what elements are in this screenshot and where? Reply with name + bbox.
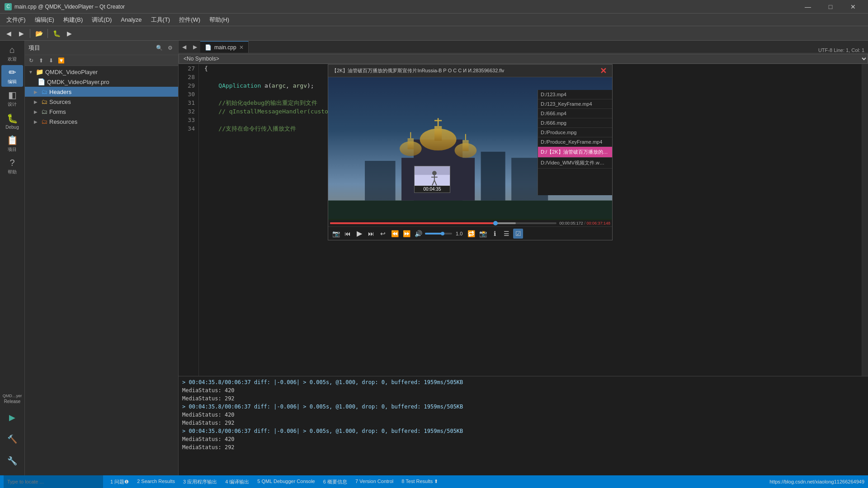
- menu-item[interactable]: 控件(W): [175, 15, 205, 25]
- playlist-item[interactable]: D:/666.mpg: [538, 118, 612, 128]
- playlist-item[interactable]: D:/Video_WMV视频文件.w…: [538, 158, 612, 169]
- toolbar-debug[interactable]: 🐛: [51, 28, 62, 39]
- progress-thumb[interactable]: [493, 221, 498, 225]
- svg-rect-14: [481, 152, 505, 201]
- tree-pro-file[interactable]: 📄 QMDK_VideoPlayer.pro: [25, 77, 178, 87]
- svg-rect-9: [408, 138, 414, 149]
- progress-played: [330, 222, 495, 224]
- status-tab[interactable]: 6 概要信息: [320, 478, 351, 486]
- next-btn[interactable]: ⏭: [366, 229, 376, 239]
- status-tab[interactable]: 7 Version Control: [352, 478, 397, 486]
- play-btn[interactable]: ▶: [354, 229, 364, 239]
- project-sync-btn[interactable]: ↻: [27, 56, 36, 65]
- toolbar-fwd[interactable]: ▶: [15, 28, 27, 39]
- status-tab[interactable]: 1 问题❶: [107, 478, 132, 486]
- frame-next-btn[interactable]: ⏩: [401, 229, 411, 239]
- tab-close-btn[interactable]: ✕: [239, 44, 244, 51]
- tree-headers[interactable]: ▶ 🗂 Headers: [25, 87, 178, 97]
- menu-item[interactable]: Analyze: [116, 15, 146, 24]
- menu-item[interactable]: 调试(D): [87, 15, 116, 25]
- project-search-btn[interactable]: 🔍: [155, 43, 164, 52]
- tree-forms[interactable]: ▶ 🗂 Forms: [25, 107, 178, 117]
- checkbox-btn[interactable]: ☑: [513, 229, 523, 239]
- toolbar-open[interactable]: 📂: [33, 28, 45, 39]
- project-collapse-btn[interactable]: ⬆: [37, 56, 46, 65]
- vp-close-btn[interactable]: ✕: [598, 66, 609, 76]
- status-tab[interactable]: 4 编译输出: [222, 478, 253, 486]
- close-button[interactable]: ✕: [843, 0, 863, 14]
- sources-icon: 🗂: [41, 98, 47, 105]
- playlist-toggle-btn[interactable]: ☰: [501, 229, 511, 239]
- playlist-item[interactable]: D:/123_KeyFrame.mp4: [538, 99, 612, 109]
- run-icon: ▶: [9, 413, 15, 422]
- rewind-btn[interactable]: ↩: [378, 229, 388, 239]
- prev-btn[interactable]: ⏮: [343, 229, 353, 239]
- vp-progress-area[interactable]: 00:00:05:172 / 00:06:37:148: [328, 220, 612, 226]
- vp-video-area[interactable]: D:/123.mp4D:/123_KeyFrame.mp4D:/666.mp4D…: [328, 77, 612, 220]
- status-tab[interactable]: 2 Search Results: [133, 478, 179, 486]
- info-btn[interactable]: ℹ: [490, 229, 500, 239]
- tab-bar: ◀ ▶ 📄 main.cpp ✕ UTF-8 Line: 1, Col: 1: [179, 41, 868, 53]
- menu-item[interactable]: 构建(B): [59, 15, 87, 25]
- locate-input[interactable]: [7, 479, 89, 484]
- menu-item[interactable]: 编辑(E): [30, 15, 59, 25]
- code-editor[interactable]: 27 28 29 30 31 32 33 34 { QApplication a…: [179, 64, 868, 376]
- sidebar-item-design[interactable]: ◧ 设计: [1, 88, 23, 109]
- svg-rect-17: [328, 201, 612, 219]
- playlist-item[interactable]: D:/Produce_KeyFrame.mp4: [538, 137, 612, 147]
- resources-icon: 🗂: [41, 118, 47, 125]
- playlist-item[interactable]: D:/【2K】油管破百万播放的…: [538, 147, 612, 158]
- tree-sources[interactable]: ▶ 🗂 Sources: [25, 97, 178, 107]
- tab-nav-right[interactable]: ▶: [189, 41, 200, 53]
- menu-item[interactable]: 帮助(H): [205, 15, 234, 25]
- menu-item[interactable]: 工具(T): [146, 15, 175, 25]
- tab-main-cpp[interactable]: 📄 main.cpp ✕: [200, 41, 249, 53]
- status-tab[interactable]: 5 QML Debugger Console: [254, 478, 318, 486]
- editor-scrollbar[interactable]: [862, 64, 868, 376]
- pro-icon: 📄: [38, 78, 45, 85]
- status-link[interactable]: https://blog.csdn.net/xiaolong1126626494…: [769, 479, 864, 484]
- maximize-button[interactable]: □: [820, 0, 841, 14]
- screenshot-btn[interactable]: 📷: [331, 229, 341, 239]
- build-button[interactable]: 🔨: [1, 428, 23, 450]
- run-button[interactable]: ▶: [1, 407, 23, 428]
- sidebar-item-help[interactable]: ? 帮助: [1, 155, 23, 177]
- volume-slider[interactable]: [425, 233, 452, 235]
- tree-resources[interactable]: ▶ 🗂 Resources: [25, 117, 178, 127]
- progress-time: 00:00:05:172 / 00:06:37:148: [559, 221, 610, 225]
- window-title: main.cpp @ QMDK_VideoPlayer – Qt Creator: [14, 4, 797, 10]
- status-tabs: 1 问题❶2 Search Results3 应用程序输出4 编译输出5 QML…: [107, 478, 766, 486]
- symbols-select[interactable]: <No Symbols>: [179, 54, 868, 64]
- progress-track[interactable]: [330, 222, 557, 224]
- playlist-item[interactable]: D:/Produce.mpg: [538, 128, 612, 137]
- status-tab[interactable]: 3 应用程序输出: [179, 478, 221, 486]
- tools-button[interactable]: 🔧: [1, 450, 23, 472]
- loop-btn[interactable]: 🔁: [466, 229, 476, 239]
- menu-item[interactable]: 文件(F): [2, 15, 30, 25]
- status-tab[interactable]: 8 Test Results ⬆: [398, 478, 442, 486]
- headers-label: Headers: [49, 89, 71, 95]
- debug-icon: 🐛: [7, 113, 18, 124]
- tree-root[interactable]: ▼ 📁 QMDK_VideoPlayer: [25, 67, 178, 77]
- sidebar-item-welcome[interactable]: ⌂ 欢迎: [1, 42, 23, 64]
- volume-btn[interactable]: 🔊: [413, 229, 423, 239]
- project-options-btn[interactable]: ⚙: [165, 43, 175, 52]
- time-sep: /: [584, 221, 585, 225]
- sidebar-item-project[interactable]: 📋 项目: [1, 133, 23, 155]
- playlist-item[interactable]: D:/123.mp4: [538, 90, 612, 99]
- sidebar-item-debug[interactable]: 🐛 Debug: [1, 110, 23, 132]
- tab-nav-left[interactable]: ◀: [179, 41, 189, 53]
- forms-arrow: ▶: [34, 109, 39, 114]
- toolbar-run[interactable]: ▶: [63, 28, 75, 39]
- toolbar-back[interactable]: ◀: [3, 28, 14, 39]
- project-filter-btn[interactable]: 🔽: [57, 56, 66, 65]
- snapshot-btn[interactable]: 📸: [478, 229, 488, 239]
- sidebar-item-edit[interactable]: ✏ 编辑: [1, 65, 23, 87]
- root-arrow: ▼: [28, 70, 34, 75]
- minimize-button[interactable]: —: [797, 0, 818, 14]
- sources-label: Sources: [49, 99, 71, 105]
- headers-icon: 🗂: [41, 88, 47, 95]
- frame-prev-btn[interactable]: ⏪: [390, 229, 400, 239]
- playlist-item[interactable]: D:/666.mp4: [538, 109, 612, 118]
- project-expand-btn[interactable]: ⬇: [47, 56, 56, 65]
